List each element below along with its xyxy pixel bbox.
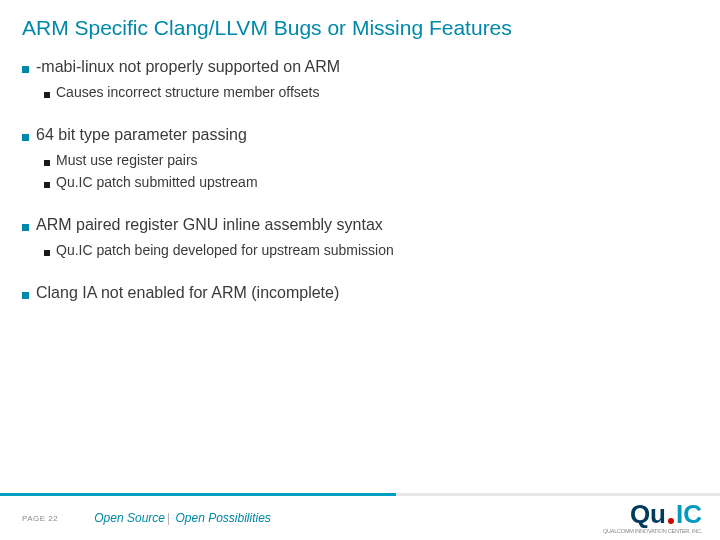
bullet-text: Must use register pairs <box>56 152 198 168</box>
bullet-level2: Qu.IC patch being developed for upstream… <box>44 242 698 258</box>
bullet-group: ARM paired register GNU inline assembly … <box>22 216 698 258</box>
bullet-level1: 64 bit type parameter passing <box>22 126 698 144</box>
bullet-text: -mabi-linux not properly supported on AR… <box>36 58 340 76</box>
bullet-level2: Must use register pairs <box>44 152 698 168</box>
bullet-icon <box>22 134 29 141</box>
logo-dot-icon <box>668 518 674 524</box>
bullet-icon <box>44 92 50 98</box>
bullet-icon <box>44 182 50 188</box>
logo-text-ic: IC <box>676 499 702 530</box>
footer: PAGE 22 Open Source| Open Possibilities … <box>0 496 720 540</box>
tagline-part-b: Open Possibilities <box>175 511 270 525</box>
bullet-level1: ARM paired register GNU inline assembly … <box>22 216 698 234</box>
logo-area: Qu IC QUALCOMM INNOVATION CENTER, INC. <box>603 499 702 534</box>
slide: ARM Specific Clang/LLVM Bugs or Missing … <box>0 0 720 540</box>
bullet-text: Qu.IC patch being developed for upstream… <box>56 242 394 258</box>
bullet-level1: Clang IA not enabled for ARM (incomplete… <box>22 284 698 302</box>
logo-subtitle: QUALCOMM INNOVATION CENTER, INC. <box>603 528 702 534</box>
logo: Qu IC <box>603 499 702 530</box>
bullet-text: 64 bit type parameter passing <box>36 126 247 144</box>
logo-text-q: Qu <box>630 499 666 530</box>
page-number: PAGE 22 <box>22 514 58 523</box>
bullet-level2: Qu.IC patch submitted upstream <box>44 174 698 190</box>
separator-icon: | <box>167 511 170 525</box>
bullet-level1: -mabi-linux not properly supported on AR… <box>22 58 698 76</box>
bullet-group: -mabi-linux not properly supported on AR… <box>22 58 698 100</box>
bullet-icon <box>22 224 29 231</box>
bullet-group: Clang IA not enabled for ARM (incomplete… <box>22 284 698 302</box>
bullet-icon <box>44 160 50 166</box>
bullet-text: Causes incorrect structure member offset… <box>56 84 320 100</box>
bullet-icon <box>44 250 50 256</box>
bullet-group: 64 bit type parameter passing Must use r… <box>22 126 698 190</box>
bullet-icon <box>22 292 29 299</box>
tagline-part-a: Open Source <box>94 511 165 525</box>
tagline: Open Source| Open Possibilities <box>94 511 271 525</box>
bullet-text: Clang IA not enabled for ARM (incomplete… <box>36 284 339 302</box>
bullet-text: ARM paired register GNU inline assembly … <box>36 216 383 234</box>
bullet-text: Qu.IC patch submitted upstream <box>56 174 258 190</box>
slide-title: ARM Specific Clang/LLVM Bugs or Missing … <box>22 16 698 40</box>
bullet-icon <box>22 66 29 73</box>
bullet-level2: Causes incorrect structure member offset… <box>44 84 698 100</box>
